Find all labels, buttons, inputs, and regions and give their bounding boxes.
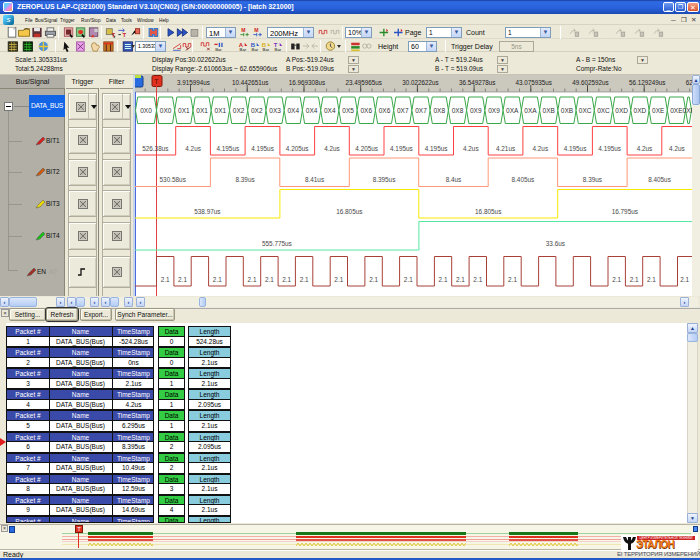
svg-text:4.195us: 4.195us xyxy=(390,145,413,152)
svg-text:T: T xyxy=(123,32,127,38)
svg-text:4.2us: 4.2us xyxy=(669,145,685,152)
svg-text:0X7: 0X7 xyxy=(397,107,409,114)
svg-text:2.1: 2.1 xyxy=(456,276,465,283)
svg-text:49.602592us: 49.602592us xyxy=(572,79,608,86)
svg-text:8.405us: 8.405us xyxy=(648,176,671,183)
svg-text:0X6: 0X6 xyxy=(361,107,373,114)
svg-text:0X6: 0X6 xyxy=(379,107,391,114)
svg-text:2.1: 2.1 xyxy=(647,276,656,283)
svg-text:0X8: 0X8 xyxy=(434,107,446,114)
svg-text:4.2us: 4.2us xyxy=(532,145,548,152)
svg-text:0X2: 0X2 xyxy=(251,107,263,114)
svg-text:555.775us: 555.775us xyxy=(262,240,292,247)
svg-text:30.022622us: 30.022622us xyxy=(402,79,438,86)
svg-text:23.495965us: 23.495965us xyxy=(345,79,381,86)
svg-text:2.1: 2.1 xyxy=(248,276,257,283)
svg-text:0X0: 0X0 xyxy=(140,107,152,114)
svg-text:0XA: 0XA xyxy=(506,107,519,114)
svg-text:0XC: 0XC xyxy=(597,107,610,114)
svg-text:0X5: 0X5 xyxy=(342,107,354,114)
svg-text:8.39us: 8.39us xyxy=(583,176,602,183)
svg-text:8.405us: 8.405us xyxy=(512,176,535,183)
svg-text:36.549278us: 36.549278us xyxy=(459,79,495,86)
svg-text:0XA: 0XA xyxy=(524,107,537,114)
svg-text:538.97us: 538.97us xyxy=(194,208,220,215)
svg-text:0X7: 0X7 xyxy=(415,107,427,114)
svg-text:4.2us: 4.2us xyxy=(185,145,201,152)
svg-text:0XC: 0XC xyxy=(579,107,592,114)
svg-text:2.1: 2.1 xyxy=(508,276,517,283)
svg-text:2.1: 2.1 xyxy=(178,276,187,283)
svg-text:0X9: 0X9 xyxy=(470,107,482,114)
svg-text:0X9: 0X9 xyxy=(488,107,500,114)
svg-text:2.1: 2.1 xyxy=(213,276,222,283)
svg-text:T: T xyxy=(154,78,159,85)
svg-text:0XE: 0XE xyxy=(652,107,665,114)
svg-text:2.1: 2.1 xyxy=(630,276,639,283)
svg-text:2.1: 2.1 xyxy=(265,276,274,283)
svg-text:16.805us: 16.805us xyxy=(336,208,362,215)
svg-text:0X0: 0X0 xyxy=(160,107,172,114)
svg-text:2.1: 2.1 xyxy=(439,276,448,283)
svg-text:0X2: 0X2 xyxy=(233,107,245,114)
svg-text:56.129249us: 56.129249us xyxy=(629,79,665,86)
svg-text:0XF: 0XF xyxy=(683,107,692,114)
svg-text:0XD: 0XD xyxy=(615,107,628,114)
svg-text:M: M xyxy=(241,27,245,33)
svg-text:0XB: 0XB xyxy=(561,107,573,114)
svg-text:526.38us: 526.38us xyxy=(142,145,168,152)
svg-text:0X1: 0X1 xyxy=(178,107,190,114)
svg-text:0XD: 0XD xyxy=(634,107,647,114)
svg-text:16.795us: 16.795us xyxy=(612,208,638,215)
svg-text:530.58us: 530.58us xyxy=(160,176,186,183)
svg-text:4.2us: 4.2us xyxy=(463,145,479,152)
svg-text:0XB: 0XB xyxy=(543,107,555,114)
svg-text:8.39us: 8.39us xyxy=(235,176,254,183)
svg-text:0XE: 0XE xyxy=(670,107,683,114)
svg-text:2.1: 2.1 xyxy=(680,276,689,283)
svg-text:4.195us: 4.195us xyxy=(598,145,621,152)
svg-text:10.442651us: 10.442651us xyxy=(232,79,268,86)
svg-text:0X4: 0X4 xyxy=(324,107,336,114)
svg-text:0X4: 0X4 xyxy=(288,107,300,114)
svg-text:2.1: 2.1 xyxy=(473,276,482,283)
svg-text:0X8: 0X8 xyxy=(452,107,464,114)
svg-text:4.195us: 4.195us xyxy=(216,145,239,152)
svg-text:4.205us: 4.205us xyxy=(355,145,378,152)
svg-text:M: M xyxy=(254,27,258,33)
svg-text:8.4us: 8.4us xyxy=(446,176,462,183)
svg-text:4.195us: 4.195us xyxy=(564,145,587,152)
svg-text:2.1: 2.1 xyxy=(369,276,378,283)
svg-text:16.969308us: 16.969308us xyxy=(289,79,325,86)
svg-text:4.205us: 4.205us xyxy=(286,145,309,152)
svg-text:4.195us: 4.195us xyxy=(251,145,274,152)
svg-text:43.075935us: 43.075935us xyxy=(516,79,552,86)
svg-text:0X1: 0X1 xyxy=(196,107,208,114)
svg-text:4.2us: 4.2us xyxy=(324,145,340,152)
svg-text:4.21us: 4.21us xyxy=(496,145,515,152)
svg-text:8.395us: 8.395us xyxy=(373,176,396,183)
svg-text:0X1: 0X1 xyxy=(215,107,227,114)
svg-text:T: T xyxy=(111,32,115,38)
svg-text:2.1: 2.1 xyxy=(300,276,309,283)
svg-text:16.805us: 16.805us xyxy=(475,208,501,215)
svg-text:4.2us: 4.2us xyxy=(637,145,653,152)
svg-text:2.1: 2.1 xyxy=(161,276,170,283)
svg-text:2.1: 2.1 xyxy=(404,276,413,283)
svg-text:2.1: 2.1 xyxy=(612,276,621,283)
svg-text:0X3: 0X3 xyxy=(269,107,281,114)
svg-text:4.195us: 4.195us xyxy=(425,145,448,152)
svg-text:2.1: 2.1 xyxy=(334,276,343,283)
svg-text:3.915994us: 3.915994us xyxy=(177,79,210,86)
svg-text:0X4: 0X4 xyxy=(306,107,318,114)
svg-text:8.41us: 8.41us xyxy=(305,176,324,183)
svg-text:2.1: 2.1 xyxy=(282,276,291,283)
svg-text:33.6us: 33.6us xyxy=(546,240,565,247)
